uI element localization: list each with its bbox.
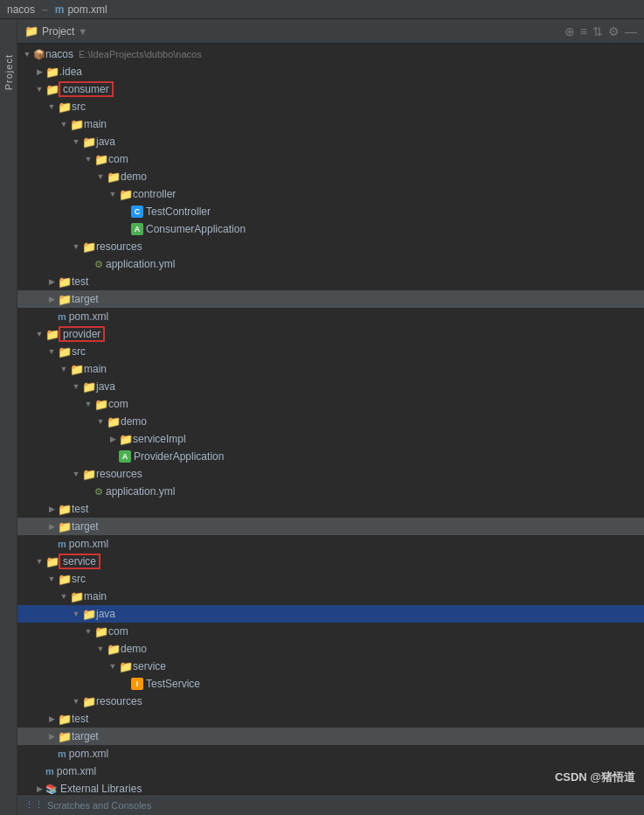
tree-label: target <box>72 293 99 305</box>
minimize-icon[interactable]: — <box>625 24 637 38</box>
module-label: consumer <box>59 82 113 96</box>
settings-icon[interactable]: ⚙ <box>608 24 620 38</box>
tree-item-service-resources[interactable]: ▼📁resources <box>17 693 644 710</box>
tree-item-service-testservice[interactable]: ITestService <box>17 675 644 693</box>
tree-item-service-src[interactable]: ▼📁src <box>17 570 644 588</box>
tree-item-service-demo[interactable]: ▼📁demo <box>17 640 644 658</box>
tree-item-consumer-target[interactable]: ▶📁target <box>17 290 644 308</box>
folder-resources-icon: 📁 <box>82 695 96 708</box>
tree-label: pom.xml <box>69 538 108 550</box>
tree-item-provider-module[interactable]: ▼📁provider <box>17 325 644 343</box>
tree-item-provider-com[interactable]: ▼📁com <box>17 395 644 413</box>
tree-item-root-pom[interactable]: mpom.xml <box>17 763 644 780</box>
tree-arrow: ▶ <box>45 732 58 741</box>
tree-item-provider-yml[interactable]: ⚙application.yml <box>17 483 644 500</box>
folder-icon: 📁 <box>94 625 108 638</box>
tree-arrow: ▼ <box>45 347 58 356</box>
tree-label: service <box>133 660 166 672</box>
tree-label: pom.xml <box>69 748 108 760</box>
folder-blue-icon: 📁 <box>58 101 72 114</box>
tree-arrow: ▼ <box>94 172 107 181</box>
tree-label: resources <box>96 468 142 480</box>
tree-label: resources <box>96 695 142 707</box>
tree-item-service-java[interactable]: ▼📁java <box>17 605 644 623</box>
tree-item-provider-pom[interactable]: mpom.xml <box>17 535 644 553</box>
tree-arrow: ▼ <box>58 592 70 601</box>
tree-arrow: ▼ <box>94 417 107 426</box>
tree-item-consumer-controller[interactable]: ▼📁controller <box>17 185 644 203</box>
tree-item-consumer-testcontroller[interactable]: CTestController <box>17 203 644 220</box>
tree-item-consumer-resources[interactable]: ▼📁resources <box>17 238 644 255</box>
xml-icon: m <box>58 539 66 549</box>
tree-label: com <box>108 153 128 165</box>
panel-folder-icon: 📁 <box>24 24 38 38</box>
tree-item-consumer-yml[interactable]: ⚙application.yml <box>17 255 644 273</box>
tree-item-idea-folder[interactable]: ▶📁.idea <box>17 63 644 80</box>
tree-container[interactable]: ▼📦nacosE:\IdeaProjects\dubbo\nacos▶📁.ide… <box>17 44 644 794</box>
tree-arrow: ▼ <box>70 137 82 146</box>
tree-item-consumer-demo[interactable]: ▼📁demo <box>17 168 644 185</box>
tree-item-provider-main[interactable]: ▼📁main <box>17 360 644 378</box>
scratch-icon: ⋮⋮ <box>24 799 44 811</box>
main-container: Project 📁 Project ▼ ⊕ ≡ ⇅ ⚙ — ▼📦nacosE:\… <box>0 19 644 815</box>
tree-label: pom.xml <box>69 310 108 323</box>
tree-label: com <box>108 398 128 410</box>
tree-item-service-test[interactable]: ▶📁test <box>17 710 644 728</box>
tree-label: ProviderApplication <box>134 450 224 463</box>
folder-orange-icon: 📁 <box>58 520 72 533</box>
tree-arrow: ▶ <box>45 522 58 531</box>
tree-item-nacos-root[interactable]: ▼📦nacosE:\IdeaProjects\dubbo\nacos <box>17 45 644 63</box>
tree-item-provider-resources[interactable]: ▼📁resources <box>17 465 644 483</box>
tree-item-consumer-pom[interactable]: mpom.xml <box>17 308 644 325</box>
tree-label: application.yml <box>106 485 175 498</box>
tree-item-consumer-java[interactable]: ▼📁java <box>17 133 644 150</box>
tree-item-consumer-app[interactable]: AConsumerApplication <box>17 220 644 238</box>
tree-arrow: ▶ <box>45 714 58 723</box>
tree-arrow: ▼ <box>21 50 33 59</box>
tree-item-provider-src[interactable]: ▼📁src <box>17 343 644 360</box>
tree-arrow: ▶ <box>45 295 58 303</box>
collapse-icon[interactable]: ⇅ <box>592 24 603 38</box>
class-controller-icon: C <box>131 205 143 218</box>
add-icon[interactable]: ⊕ <box>564 24 575 38</box>
tree-label: nacos <box>45 48 73 60</box>
tree-item-service-com[interactable]: ▼📁com <box>17 623 644 640</box>
tree-label: application.yml <box>106 258 175 270</box>
tree-arrow: ▶ <box>45 277 58 286</box>
tree-label: .idea <box>59 66 82 78</box>
class-app-icon: A <box>119 450 131 463</box>
tree-arrow: ▼ <box>82 400 94 408</box>
folder-icon: 📁 <box>70 590 84 603</box>
tree-item-external-libs[interactable]: ▶📚External Libraries <box>17 780 644 794</box>
tree-item-provider-serviceimpl[interactable]: ▶📁serviceImpl <box>17 430 644 448</box>
app-name: nacos <box>7 3 35 16</box>
tree-label: test <box>72 503 88 515</box>
tree-item-consumer-module[interactable]: ▼📁consumer <box>17 80 644 98</box>
tree-item-service-service[interactable]: ▼📁service <box>17 658 644 675</box>
tree-item-provider-test[interactable]: ▶📁test <box>17 500 644 518</box>
tree-item-provider-target[interactable]: ▶📁target <box>17 518 644 535</box>
tree-item-consumer-com[interactable]: ▼📁com <box>17 150 644 168</box>
tree-item-service-pom[interactable]: mpom.xml <box>17 745 644 763</box>
tree-label: TestController <box>146 205 211 218</box>
menu-icon[interactable]: ≡ <box>580 24 587 38</box>
tree-label: src <box>72 573 86 585</box>
tree-item-consumer-main[interactable]: ▼📁main <box>17 115 644 133</box>
tree-item-provider-java[interactable]: ▼📁java <box>17 378 644 395</box>
xml-icon: m <box>58 749 66 759</box>
tree-item-service-target[interactable]: ▶📁target <box>17 728 644 745</box>
tree-item-provider-demo[interactable]: ▼📁demo <box>17 413 644 430</box>
tree-item-service-module[interactable]: ▼📁service <box>17 553 644 570</box>
folder-icon: 📁 <box>94 398 108 411</box>
tree-item-provider-app[interactable]: AProviderApplication <box>17 448 644 465</box>
tree-label: main <box>84 590 107 603</box>
tree-item-consumer-src[interactable]: ▼📁src <box>17 98 644 115</box>
tree-item-consumer-test[interactable]: ▶📁test <box>17 273 644 290</box>
folder-icon: 📁 <box>94 153 108 166</box>
folder-icon: 📁 <box>119 433 133 446</box>
panel-dropdown-arrow[interactable]: ▼ <box>78 26 87 37</box>
xml-icon: m <box>45 766 54 777</box>
folder-icon: 📁 <box>70 363 84 376</box>
tree-item-service-main[interactable]: ▼📁main <box>17 588 644 605</box>
file-icon-m: m <box>55 3 65 16</box>
